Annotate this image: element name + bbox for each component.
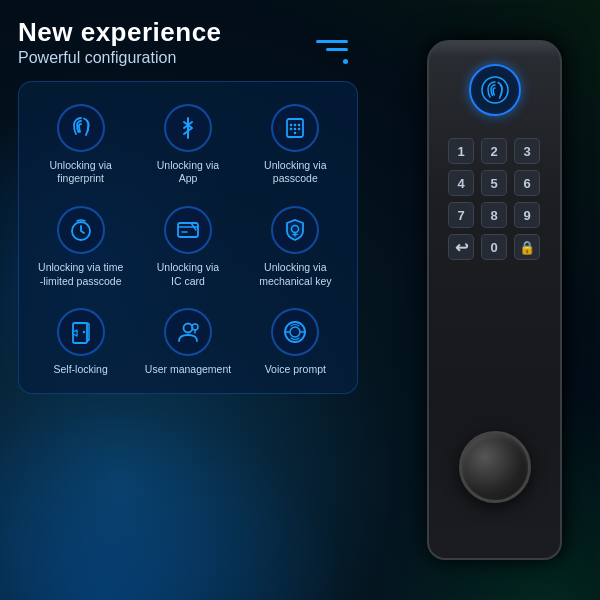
keypad: 1 2 3 4 5 6 7 8 9 ↩ 0 🔒 — [442, 130, 547, 268]
deco-line-2 — [326, 48, 348, 51]
bg-glow-bottom — [0, 400, 350, 600]
feature-ic-card: Unlocking viaIC card — [136, 198, 239, 294]
page-subtitle: Powerful configuration — [18, 49, 358, 67]
key-lock[interactable]: 🔒 — [514, 234, 540, 260]
user-management-icon-wrap — [164, 308, 212, 356]
voice-icon — [281, 318, 309, 346]
feature-user-management: User management — [136, 300, 239, 383]
svg-point-16 — [82, 331, 84, 333]
passcode-icon-wrap — [271, 104, 319, 152]
lock-knob[interactable] — [459, 431, 531, 503]
svg-point-8 — [294, 131, 297, 134]
app-icon-wrap — [164, 104, 212, 152]
keypad-icon — [281, 114, 309, 142]
time-passcode-icon-wrap — [57, 206, 105, 254]
key-5[interactable]: 5 — [481, 170, 507, 196]
key-shield-icon — [281, 216, 309, 244]
svg-point-6 — [294, 127, 297, 130]
feature-fingerprint: Unlocking viafingerprint — [29, 96, 132, 192]
feature-time-passcode: Unlocking via time-limited passcode — [29, 198, 132, 294]
lock-device: 1 2 3 4 5 6 7 8 9 ↩ 0 🔒 — [427, 40, 562, 560]
feature-fingerprint-label: Unlocking viafingerprint — [49, 159, 111, 186]
feature-time-passcode-label: Unlocking via time-limited passcode — [38, 261, 123, 288]
key-back[interactable]: ↩ — [448, 234, 474, 260]
fingerprint-icon — [67, 114, 95, 142]
key-4[interactable]: 4 — [448, 170, 474, 196]
page-title: New experience — [18, 18, 358, 47]
voice-prompt-icon-wrap — [271, 308, 319, 356]
svg-point-2 — [290, 123, 293, 126]
svg-point-17 — [183, 324, 192, 333]
feature-grid: Unlocking viafingerprint Unlocking viaAp… — [29, 96, 347, 383]
user-icon — [174, 318, 202, 346]
svg-point-24 — [482, 77, 508, 103]
door-icon — [67, 318, 95, 346]
lock-top-ridge — [429, 42, 560, 56]
svg-point-5 — [290, 127, 293, 130]
feature-user-management-label: User management — [145, 363, 231, 377]
feature-self-locking: Self-locking — [29, 300, 132, 383]
key-9[interactable]: 9 — [514, 202, 540, 228]
key-3[interactable]: 3 — [514, 138, 540, 164]
svg-rect-10 — [178, 223, 198, 237]
key-6[interactable]: 6 — [514, 170, 540, 196]
key-7[interactable]: 7 — [448, 202, 474, 228]
feature-app: Unlocking viaApp — [136, 96, 239, 192]
self-locking-icon-wrap — [57, 308, 105, 356]
ic-card-icon-wrap — [164, 206, 212, 254]
feature-ic-card-label: Unlocking viaIC card — [157, 261, 219, 288]
feature-voice-prompt-label: Voice prompt — [265, 363, 326, 377]
key-0[interactable]: 0 — [481, 234, 507, 260]
feature-app-label: Unlocking viaApp — [157, 159, 219, 186]
fingerprint-icon-wrap — [57, 104, 105, 152]
bluetooth-icon — [174, 114, 202, 142]
deco-line-1 — [316, 40, 348, 43]
key-8[interactable]: 8 — [481, 202, 507, 228]
svg-point-7 — [298, 127, 301, 130]
key-1[interactable]: 1 — [448, 138, 474, 164]
decoration-lines — [316, 40, 348, 64]
svg-point-4 — [298, 123, 301, 126]
left-panel: New experience Powerful configuration — [18, 18, 358, 394]
card-icon — [174, 216, 202, 244]
fp-sensor-icon — [480, 75, 510, 105]
feature-mechanical-key-label: Unlocking viamechanical key — [259, 261, 331, 288]
svg-point-3 — [294, 123, 297, 126]
deco-dot — [343, 59, 348, 64]
feature-voice-prompt: Voice prompt — [244, 300, 347, 383]
key-2[interactable]: 2 — [481, 138, 507, 164]
title-block: New experience Powerful configuration — [18, 18, 358, 67]
feature-grid-container: Unlocking viafingerprint Unlocking viaAp… — [18, 81, 358, 394]
right-panel: 1 2 3 4 5 6 7 8 9 ↩ 0 🔒 — [407, 18, 582, 582]
mechanical-key-icon-wrap — [271, 206, 319, 254]
clock-icon — [67, 216, 95, 244]
feature-passcode: Unlocking viapasscode — [244, 96, 347, 192]
feature-self-locking-label: Self-locking — [54, 363, 108, 377]
feature-passcode-label: Unlocking viapasscode — [264, 159, 326, 186]
fp-sensor — [469, 64, 521, 116]
feature-mechanical-key: Unlocking viamechanical key — [244, 198, 347, 294]
